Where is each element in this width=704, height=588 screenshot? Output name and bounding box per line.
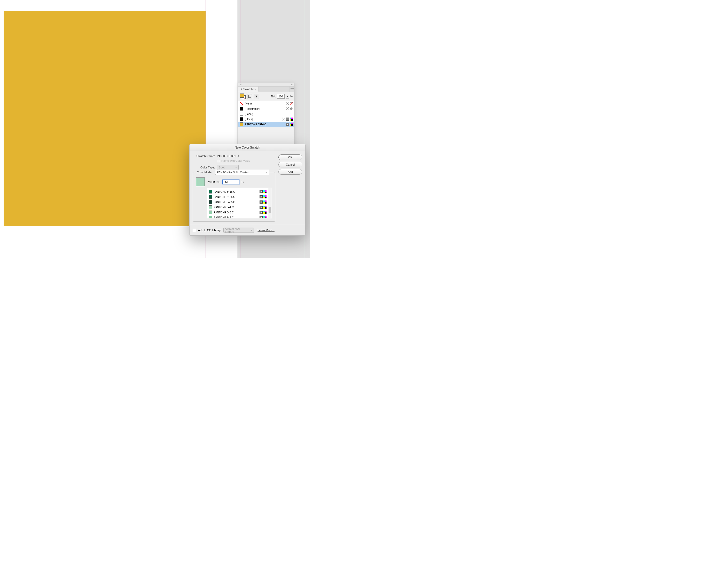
formatting-container-button[interactable]: [247, 94, 252, 99]
cmyk-icon: [290, 117, 293, 121]
pantone-list[interactable]: PANTONE 3405 CPANTONE 3415 CPANTONE 3425…: [207, 188, 272, 218]
svg-rect-46: [263, 206, 265, 207]
dialog-title: New Color Swatch: [189, 144, 305, 151]
cmyk-icon: [263, 195, 267, 199]
pantone-list-row[interactable]: PANTONE 3425 C: [207, 194, 268, 200]
svg-rect-34: [263, 195, 265, 197]
new-color-swatch-dialog[interactable]: New Color Swatch Swatch Name: PANTONE 35…: [189, 144, 305, 235]
pantone-list-row[interactable]: PANTONE 345 C: [207, 210, 268, 215]
swatch-chip: [240, 122, 243, 126]
pantone-list-row[interactable]: PANTONE 344 C: [207, 205, 268, 210]
pantone-row-label: PANTONE 344 C: [214, 206, 234, 209]
pantone-list-row[interactable]: PANTONE 3435 C: [207, 200, 268, 205]
swatch-list[interactable]: [None] [Registration] [Paper] [Black]: [238, 101, 294, 127]
svg-point-33: [260, 196, 261, 197]
pantone-list-row[interactable]: PANTONE 346 C: [207, 215, 268, 218]
name-with-value-label: Name with Color Value: [221, 159, 250, 162]
pantone-code-input[interactable]: [222, 179, 239, 184]
pantone-row-label: PANTONE 346 C: [214, 216, 234, 219]
svg-rect-53: [265, 211, 267, 212]
add-to-cc-checkbox[interactable]: [193, 229, 196, 232]
tint-stepper[interactable]: ▸: [286, 94, 289, 99]
svg-rect-41: [265, 201, 267, 202]
pantone-chip: [209, 200, 212, 204]
pantone-row-label: PANTONE 3435 C: [214, 201, 235, 204]
svg-rect-2: [291, 90, 294, 90]
spot-icon: [259, 190, 262, 193]
spot-icon: [259, 216, 262, 218]
not-editable-icon: [286, 107, 289, 110]
swatch-name-value: PANTONE 351 C: [217, 155, 239, 158]
spot-icon: [259, 195, 262, 199]
spot-icon: [259, 188, 262, 188]
color-mode-group: Color Mode: PANTONE+ Solid Coated PANTON…: [193, 172, 275, 222]
swatches-tab[interactable]: ⇕ Swatches: [238, 87, 258, 92]
svg-rect-25: [265, 188, 267, 188]
svg-rect-17: [291, 123, 293, 124]
svg-rect-13: [291, 119, 293, 121]
pantone-row-label: PANTONE 345 C: [214, 211, 234, 214]
arrows-icon: ⇕: [240, 88, 242, 91]
ok-button[interactable]: OK: [278, 155, 302, 160]
pantone-chip: [209, 216, 212, 218]
svg-rect-11: [291, 117, 293, 119]
fill-proxy[interactable]: [240, 94, 244, 98]
svg-rect-10: [290, 117, 291, 119]
name-with-value-checkbox: [217, 159, 220, 162]
svg-rect-52: [263, 211, 265, 212]
svg-point-27: [260, 191, 261, 192]
registration-icon: [290, 107, 293, 110]
formatting-text-button[interactable]: T: [254, 94, 259, 99]
tint-input[interactable]: [277, 94, 285, 99]
swatch-row[interactable]: PANTONE 3514 C: [238, 122, 294, 127]
swatches-panel[interactable]: ✕ ‹‹ ⇕ Swatches T Tint: ▸ % [None]: [238, 83, 294, 148]
svg-rect-59: [265, 216, 267, 218]
add-to-cc-label: Add to CC Library:: [198, 229, 221, 232]
color-mode-dropdown[interactable]: PANTONE+ Solid Coated: [215, 170, 269, 175]
color-type-dropdown[interactable]: Spot: [217, 165, 239, 170]
svg-rect-36: [263, 197, 265, 199]
svg-rect-49: [265, 207, 267, 209]
swatch-chip: [240, 117, 243, 121]
learn-more-link[interactable]: Learn More...: [257, 229, 274, 232]
color-mode-label: Color Mode:: [193, 171, 213, 174]
svg-rect-18: [290, 124, 291, 126]
svg-rect-24: [263, 188, 265, 188]
svg-point-45: [260, 207, 261, 208]
artwork-rectangle[interactable]: [4, 11, 206, 226]
pantone-list-row[interactable]: PANTONE 3415 C: [207, 189, 268, 194]
swatch-chip: [240, 107, 243, 111]
cmyk-icon: [263, 216, 267, 218]
svg-rect-30: [263, 192, 265, 193]
cancel-button[interactable]: Cancel: [278, 162, 302, 167]
svg-rect-29: [265, 190, 267, 192]
add-button[interactable]: Add: [278, 169, 302, 175]
spot-icon: [259, 211, 262, 214]
svg-rect-42: [263, 202, 265, 204]
close-icon[interactable]: ✕: [240, 84, 242, 86]
swatch-row[interactable]: [Black]: [238, 116, 294, 122]
scroll-thumb[interactable]: [269, 207, 271, 213]
swatch-name: [Black]: [245, 118, 281, 121]
panel-menu-button[interactable]: [290, 87, 294, 92]
tint-label: Tint:: [271, 95, 276, 98]
svg-rect-61: [265, 218, 267, 218]
panel-collapse-bar[interactable]: ✕ ‹‹: [238, 83, 294, 87]
svg-rect-40: [263, 201, 265, 202]
list-scrollbar[interactable]: [268, 188, 272, 218]
pantone-chip: [209, 205, 212, 209]
svg-rect-48: [263, 207, 265, 209]
svg-rect-54: [263, 212, 265, 214]
spot-icon: [259, 206, 262, 209]
pantone-chip: [209, 188, 212, 188]
fill-stroke-proxy[interactable]: [240, 94, 246, 99]
svg-rect-35: [265, 195, 267, 197]
cc-library-dropdown[interactable]: Create New Library: [223, 228, 254, 233]
tint-suffix: %: [290, 95, 293, 98]
swatch-row[interactable]: [Paper]: [238, 111, 294, 116]
collapse-icon[interactable]: ‹‹: [291, 84, 293, 86]
swatch-row[interactable]: [Registration]: [238, 106, 294, 111]
swatch-row[interactable]: [None]: [238, 101, 294, 106]
pantone-prefix: PANTONE: [207, 180, 220, 183]
svg-rect-60: [263, 218, 265, 218]
